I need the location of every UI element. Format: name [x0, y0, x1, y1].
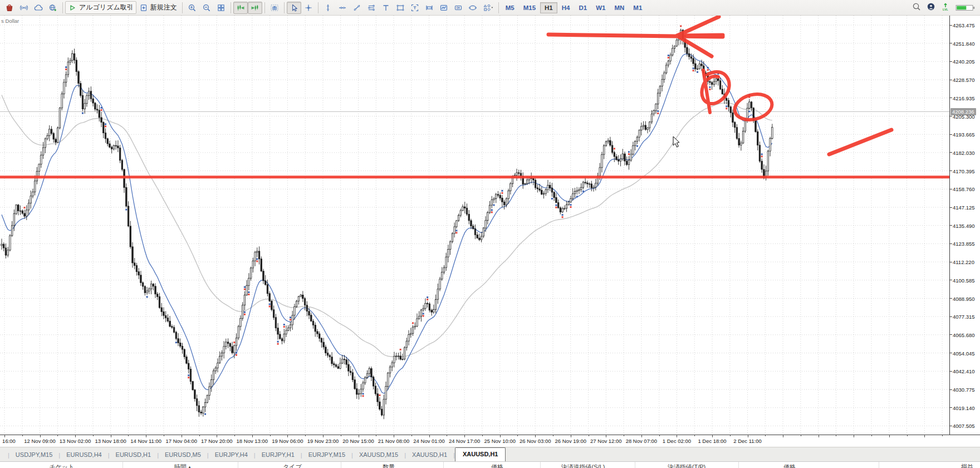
signal-button[interactable]: [17, 2, 31, 14]
timeframe-d1[interactable]: D1: [574, 2, 591, 13]
chart-tab-xauusd-h1-active[interactable]: XAUUSD,H1: [455, 447, 506, 461]
timeframe-m5[interactable]: M5: [501, 2, 519, 13]
price-axis[interactable]: 4208.236 4263.4754251.8404240.2054228.57…: [950, 16, 980, 435]
time-axis-label: 27 Nov 12:00: [590, 438, 622, 444]
indicators-button[interactable]: [437, 2, 451, 14]
timeframe-h4[interactable]: H4: [557, 2, 575, 13]
left-arrow-annotation[interactable]: [677, 17, 723, 56]
timeframe-h1[interactable]: H1: [540, 2, 557, 13]
rectangle-button[interactable]: [393, 2, 408, 14]
positions-column-header[interactable]: 価格: [783, 463, 796, 468]
cursor-button[interactable]: [287, 2, 301, 14]
price-axis-label: 4007.505: [953, 423, 975, 429]
positions-column-header[interactable]: チケット: [49, 463, 74, 468]
search-icon: [912, 2, 921, 11]
zoom-out-button[interactable]: [199, 2, 214, 14]
chart-tab-xauusd-h1[interactable]: XAUUSD,H1: [406, 448, 453, 461]
positions-column-header[interactable]: 数量: [383, 463, 395, 468]
price-label-button[interactable]: [422, 2, 437, 14]
market-bag-icon: [5, 3, 14, 12]
cloud-button[interactable]: [31, 2, 46, 14]
time-tick: [270, 435, 271, 436]
positions-column-header[interactable]: タイプ: [283, 463, 302, 468]
chart-tab-usdjpy-m15[interactable]: USDJPY,M15: [9, 448, 58, 461]
column-border: [443, 462, 444, 468]
chart-tab-xauusd-m15[interactable]: XAUUSD,M15: [353, 448, 404, 461]
equidistant-channel-icon: [367, 3, 376, 12]
algo-trading-button[interactable]: アルゴリズム取引: [65, 1, 136, 14]
positions-column-header[interactable]: 決済指値(T/P): [668, 463, 705, 468]
support-line-annotation[interactable]: [0, 176, 949, 178]
price-tick: [950, 407, 952, 408]
chart-tab-eurusd-m5[interactable]: EURUSD,M5: [159, 448, 207, 461]
price-axis-label: 4182.030: [953, 150, 975, 156]
time-axis[interactable]: 16:0012 Nov 09:0013 Nov 02:0013 Nov 18:0…: [0, 435, 980, 447]
main-toolbar: アルゴリズム取引新規注文OKM5M15H1H4D1W1MNM1LVL: [0, 0, 980, 16]
market-bag-button[interactable]: [2, 2, 17, 14]
connection-battery-icon: [955, 3, 976, 12]
tile-windows-button[interactable]: [214, 2, 228, 14]
chart-area[interactable]: s Dollar: [0, 16, 980, 435]
time-tick: [624, 435, 624, 436]
timeframe-m1[interactable]: M1: [629, 2, 646, 13]
price-label-icon: [425, 3, 434, 12]
chart-tabs-bar: |USDJPY,M15|EURUSD,H4|EURUSD,H1|EURUSD,M…: [0, 447, 980, 461]
search-button[interactable]: [912, 2, 921, 13]
timeframe-m15[interactable]: M15: [519, 2, 540, 13]
horizontal-line-button[interactable]: [335, 2, 350, 14]
mt5-window: アルゴリズム取引新規注文OKM5M15H1H4D1W1MNM1LVL s Dol…: [0, 0, 980, 468]
chart-tab-eurjpy-h4[interactable]: EURJPY,H4: [209, 448, 254, 461]
crosshair-button[interactable]: [301, 2, 316, 14]
text-label-button[interactable]: [408, 2, 422, 14]
positions-column-header[interactable]: 決済逆指値(S/L): [561, 463, 605, 468]
time-tick: [305, 435, 306, 436]
time-axis-label: 20 Nov 15:00: [342, 438, 374, 444]
chart-shift-button[interactable]: [248, 2, 262, 14]
level-up-button[interactable]: LVL: [941, 2, 950, 13]
positions-column-header[interactable]: 価格: [491, 463, 503, 468]
chart-tab-eurusd-h4[interactable]: EURUSD,H4: [60, 448, 108, 461]
time-tick: [677, 435, 677, 437]
time-axis-label: 13 Nov 18:00: [95, 438, 126, 444]
price-axis-label: 4123.855: [953, 241, 975, 247]
equidistant-channel-button[interactable]: [364, 2, 379, 14]
price-chart[interactable]: [0, 16, 980, 435]
price-tick: [950, 316, 952, 317]
price-axis-label: 4077.315: [953, 314, 975, 320]
zoom-in-button[interactable]: [185, 2, 199, 14]
chart-tab-eurjpy-m15[interactable]: EURJPY,M15: [302, 448, 351, 461]
time-tick: [376, 435, 376, 436]
timeframe-w1[interactable]: W1: [591, 2, 610, 13]
vertical-line-button[interactable]: [321, 2, 335, 14]
time-axis-label: 14 Nov 11:00: [130, 438, 161, 444]
price-axis-label: 4263.475: [953, 22, 975, 28]
column-border: [341, 462, 341, 468]
new-order-button[interactable]: 新規注文: [136, 1, 180, 14]
expert-advisor-button[interactable]: OK: [451, 2, 465, 14]
diagonal-stroke-annotation[interactable]: [829, 130, 891, 154]
text-button[interactable]: [379, 2, 393, 14]
price-axis-label: 4065.680: [953, 332, 975, 338]
auto-scroll-button[interactable]: [233, 2, 248, 14]
chart-tab-eurusd-h1[interactable]: EURUSD,H1: [110, 448, 158, 461]
timeframe-mn[interactable]: MN: [610, 2, 629, 13]
trendline-button[interactable]: [350, 2, 364, 14]
positions-column-header[interactable]: 時間 ▴: [174, 463, 192, 468]
price-axis-label: 4100.585: [953, 277, 975, 284]
account-button[interactable]: [927, 2, 935, 13]
objects-dropdown-button[interactable]: [480, 2, 496, 14]
chart-tab-eurjpy-h1[interactable]: EURJPY,H1: [256, 448, 301, 461]
time-tick: [199, 435, 200, 436]
price-tick: [950, 134, 952, 135]
screenshot-button[interactable]: [267, 2, 282, 14]
price-axis-label: 4147.125: [953, 204, 975, 211]
ellipse-button[interactable]: [465, 2, 480, 14]
community-button[interactable]: [46, 2, 60, 14]
annotations-layer[interactable]: [0, 17, 949, 178]
time-tick: [748, 435, 748, 437]
time-axis-label: 24 Nov 17:00: [449, 438, 481, 444]
algo-trading-button-label: アルゴリズム取引: [79, 3, 134, 12]
time-tick: [871, 435, 872, 436]
positions-column-header[interactable]: 損益: [961, 463, 973, 468]
time-axis-label: 18 Nov 13:00: [237, 438, 268, 444]
